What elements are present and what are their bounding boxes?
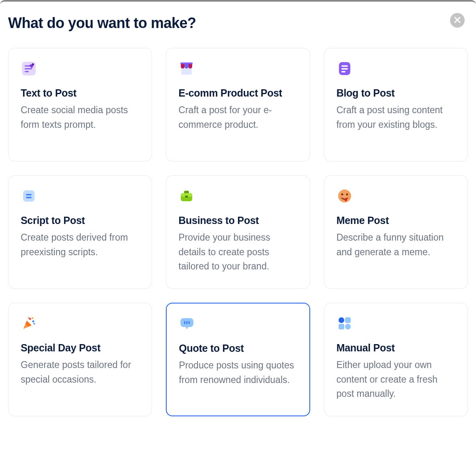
svg-point-24	[32, 317, 33, 319]
svg-point-23	[32, 321, 34, 323]
svg-rect-27	[187, 321, 188, 324]
content-type-grid: Text to Post Create social media posts f…	[8, 48, 468, 416]
svg-point-21	[345, 198, 347, 201]
card-title: Blog to Post	[337, 87, 455, 99]
svg-point-19	[341, 194, 343, 196]
card-business-to-post[interactable]: Business to Post Provide your business d…	[166, 175, 310, 289]
card-text-to-post[interactable]: Text to Post Create social media posts f…	[8, 48, 152, 161]
card-special-day-post[interactable]: Special Day Post Generate posts tailored…	[8, 303, 152, 416]
modal-header: What do you want to make?	[8, 15, 468, 32]
card-title: Script to Post	[21, 215, 139, 226]
card-manual-post[interactable]: Manual Post Either upload your own conte…	[324, 303, 468, 416]
party-popper-icon	[21, 315, 37, 332]
svg-rect-9	[341, 68, 348, 70]
grid-shapes-icon	[337, 315, 353, 332]
card-description: Create posts derived from preexisting sc…	[21, 230, 139, 259]
card-description: Create social media posts form texts pro…	[21, 103, 139, 132]
svg-rect-13	[26, 197, 32, 198]
card-description: Either upload your own content or create…	[337, 358, 455, 401]
card-title: E-comm Product Post	[178, 87, 297, 99]
close-icon	[454, 17, 461, 24]
emoji-face-icon	[337, 188, 353, 204]
card-title: Meme Post	[337, 215, 455, 226]
svg-point-32	[345, 324, 351, 329]
card-title: Quote to Post	[179, 342, 297, 354]
card-description: Craft a post using content from your exi…	[337, 103, 455, 132]
svg-point-18	[338, 189, 351, 202]
svg-rect-3	[25, 71, 29, 72]
svg-point-20	[346, 194, 348, 196]
card-title: Manual Post	[337, 342, 455, 354]
card-title: Business to Post	[178, 215, 297, 226]
script-icon	[21, 188, 37, 204]
svg-rect-2	[25, 68, 32, 69]
svg-rect-5	[181, 68, 192, 75]
card-meme-post[interactable]: Meme Post Describe a funny situation and…	[324, 175, 468, 289]
text-note-icon	[21, 60, 37, 77]
card-blog-to-post[interactable]: Blog to Post Craft a post using content …	[324, 48, 468, 161]
speech-bubble-icon	[179, 316, 195, 332]
svg-rect-30	[345, 317, 351, 323]
card-quote-to-post[interactable]: Quote to Post Produce posts using quotes…	[166, 303, 310, 416]
svg-rect-28	[189, 321, 190, 324]
svg-rect-17	[185, 196, 188, 198]
card-description: Produce posts using quotes from renowned…	[179, 358, 297, 387]
modal-title: What do you want to make?	[8, 15, 196, 32]
card-title: Text to Post	[21, 87, 139, 99]
card-description: Craft a post for your e-commerce product…	[178, 103, 297, 132]
storefront-icon	[178, 60, 195, 77]
svg-rect-26	[184, 321, 185, 324]
briefcase-icon	[178, 188, 195, 204]
svg-rect-31	[339, 324, 344, 329]
card-script-to-post[interactable]: Script to Post Create posts derived from…	[8, 175, 152, 289]
svg-point-4	[32, 63, 34, 66]
card-description: Describe a funny situation and generate …	[337, 230, 455, 259]
svg-rect-10	[341, 71, 345, 73]
svg-rect-6	[180, 62, 193, 64]
close-button[interactable]	[450, 13, 465, 28]
document-icon	[337, 60, 353, 77]
content-type-modal: What do you want to make?	[0, 2, 476, 424]
card-title: Special Day Post	[21, 342, 139, 354]
svg-point-29	[339, 317, 344, 323]
svg-rect-12	[26, 194, 32, 196]
svg-rect-11	[23, 190, 34, 202]
svg-rect-8	[341, 65, 348, 67]
card-description: Provide your business details to create …	[178, 230, 297, 274]
card-description: Generate posts tailored for special occa…	[21, 358, 139, 387]
card-ecomm-product-post[interactable]: E-comm Product Post Craft a post for you…	[166, 48, 310, 161]
